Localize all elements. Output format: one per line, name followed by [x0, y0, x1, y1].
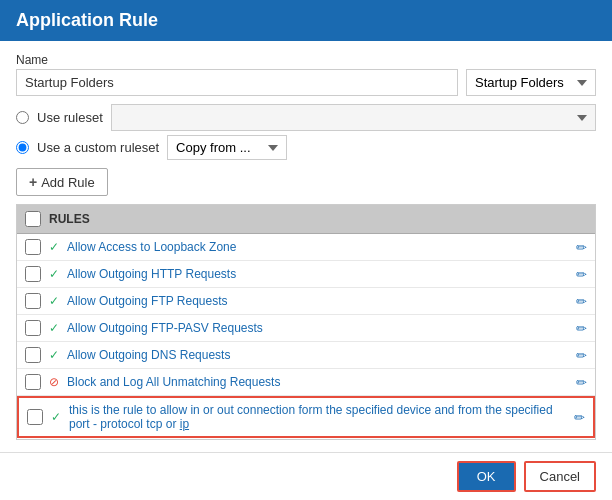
- table-row: ✓ Allow Outgoing FTP-PASV Requests ✏: [17, 315, 595, 342]
- add-rule-section: + Add Rule: [16, 168, 596, 196]
- use-custom-ruleset-radio[interactable]: [16, 141, 29, 154]
- edit-icon-7[interactable]: ✏: [574, 410, 585, 425]
- rules-table: RULES ✓ Allow Access to Loopback Zone ✏ …: [16, 204, 596, 440]
- edit-icon-5[interactable]: ✏: [576, 348, 587, 363]
- table-row-highlighted: ✓ this is the rule to allow in or out co…: [17, 396, 595, 438]
- name-section: Name Startup Folders: [16, 53, 596, 96]
- row-checkbox-5[interactable]: [25, 347, 41, 363]
- row-text-2: Allow Outgoing HTTP Requests: [67, 267, 568, 281]
- table-row: ✓ Allow Outgoing FTP Requests ✏: [17, 288, 595, 315]
- dialog-title: Application Rule: [16, 10, 158, 30]
- row-text-7: this is the rule to allow in or out conn…: [69, 403, 566, 431]
- add-rule-label: Add Rule: [41, 175, 94, 190]
- table-row: ⊘ Block and Log All Unmatching Requests …: [17, 369, 595, 396]
- edit-icon-3[interactable]: ✏: [576, 294, 587, 309]
- use-custom-ruleset-row: Use a custom ruleset Copy from ...: [16, 135, 596, 160]
- row-text-3: Allow Outgoing FTP Requests: [67, 294, 568, 308]
- block-icon-6: ⊘: [49, 375, 59, 389]
- row-checkbox-4[interactable]: [25, 320, 41, 336]
- row-text-4: Allow Outgoing FTP-PASV Requests: [67, 321, 568, 335]
- check-icon-3: ✓: [49, 294, 59, 308]
- use-ruleset-row: Use ruleset: [16, 104, 596, 131]
- dialog-footer: OK Cancel: [0, 452, 612, 500]
- name-dropdown[interactable]: Startup Folders: [466, 69, 596, 96]
- table-row: ✓ Allow Access to Loopback Zone ✏: [17, 234, 595, 261]
- name-input[interactable]: [16, 69, 458, 96]
- check-icon-4: ✓: [49, 321, 59, 335]
- check-icon-5: ✓: [49, 348, 59, 362]
- edit-icon-1[interactable]: ✏: [576, 240, 587, 255]
- header-checkbox[interactable]: [25, 211, 41, 227]
- name-row: Startup Folders: [16, 69, 596, 96]
- row-checkbox-7[interactable]: [27, 409, 43, 425]
- row-text-1: Allow Access to Loopback Zone: [67, 240, 568, 254]
- name-label: Name: [16, 53, 596, 67]
- edit-icon-2[interactable]: ✏: [576, 267, 587, 282]
- use-ruleset-label: Use ruleset: [37, 110, 103, 125]
- application-rule-dialog: Application Rule Name Startup Folders Us…: [0, 0, 612, 500]
- check-icon-2: ✓: [49, 267, 59, 281]
- use-ruleset-radio[interactable]: [16, 111, 29, 124]
- row-checkbox-6[interactable]: [25, 374, 41, 390]
- row-checkbox-2[interactable]: [25, 266, 41, 282]
- row-checkbox-1[interactable]: [25, 239, 41, 255]
- use-custom-ruleset-label: Use a custom ruleset: [37, 140, 159, 155]
- row-checkbox-3[interactable]: [25, 293, 41, 309]
- add-rule-button[interactable]: + Add Rule: [16, 168, 108, 196]
- ok-button[interactable]: OK: [457, 461, 516, 492]
- copy-from-select[interactable]: Copy from ...: [167, 135, 287, 160]
- rules-column-header: RULES: [49, 212, 587, 226]
- ruleset-select[interactable]: [111, 104, 596, 131]
- check-icon-1: ✓: [49, 240, 59, 254]
- edit-icon-6[interactable]: ✏: [576, 375, 587, 390]
- table-row: ✓ Allow Outgoing HTTP Requests ✏: [17, 261, 595, 288]
- dialog-header: Application Rule: [0, 0, 612, 41]
- row-text-5: Allow Outgoing DNS Requests: [67, 348, 568, 362]
- copy-from-row: Copy from ...: [167, 135, 287, 160]
- cancel-button[interactable]: Cancel: [524, 461, 596, 492]
- check-icon-7: ✓: [51, 410, 61, 424]
- table-row: ✓ Allow Outgoing DNS Requests ✏: [17, 342, 595, 369]
- radio-section: Use ruleset Use a custom ruleset Copy fr…: [16, 104, 596, 160]
- dialog-body: Name Startup Folders Use ruleset Use a c…: [0, 41, 612, 452]
- plus-icon: +: [29, 174, 37, 190]
- table-header: RULES: [17, 205, 595, 234]
- row-text-6: Block and Log All Unmatching Requests: [67, 375, 568, 389]
- edit-icon-4[interactable]: ✏: [576, 321, 587, 336]
